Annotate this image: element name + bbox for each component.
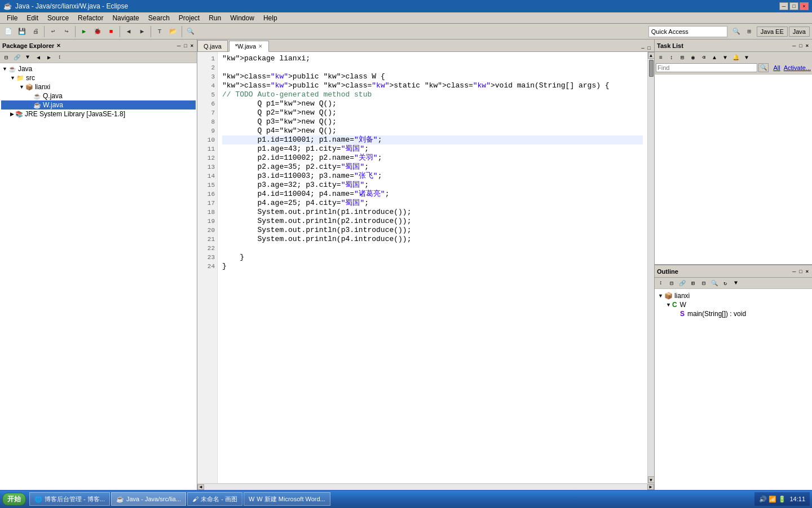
- taskbar-item-blog[interactable]: 🌐 博客后台管理 - 博客...: [29, 492, 110, 506]
- scroll-up-button[interactable]: ▲: [648, 52, 655, 59]
- maximize-button[interactable]: □: [789, 2, 798, 10]
- code-line-7[interactable]: Q p2="kw">new Q();: [222, 108, 643, 117]
- minimize-button[interactable]: ─: [779, 2, 788, 10]
- pkg-arrow-right-button[interactable]: ▶: [44, 53, 54, 62]
- outline-refresh-btn[interactable]: ↻: [720, 279, 730, 288]
- tree-arrow-jre[interactable]: ▶: [10, 111, 14, 117]
- tab-wjava-close[interactable]: ✕: [258, 43, 263, 49]
- tree-item-qjava[interactable]: ▶ ☕ Q.java: [1, 91, 196, 100]
- taskbar-item-paint[interactable]: 🖌 未命名 - 画图: [187, 492, 242, 506]
- activate-link[interactable]: Activate...: [784, 64, 811, 71]
- quick-access-field[interactable]: Quick Access: [648, 26, 727, 37]
- code-line-18[interactable]: System.out.println(p1.introduce());: [222, 208, 643, 217]
- outline-arrow-W[interactable]: ▼: [666, 302, 671, 308]
- code-line-8[interactable]: Q p3="kw">new Q();: [222, 117, 643, 126]
- code-line-23[interactable]: }: [222, 253, 643, 262]
- code-editor[interactable]: "kw">package lianxi; "kw">class="kw">pub…: [218, 52, 647, 483]
- code-line-17[interactable]: p4.age=25; p4.city="蜀国";: [222, 199, 643, 208]
- code-line-21[interactable]: System.out.println(p4.introduce());: [222, 235, 643, 244]
- print-button[interactable]: 🖨: [29, 25, 42, 38]
- code-line-9[interactable]: Q p4="kw">new Q();: [222, 126, 643, 135]
- debug-button[interactable]: 🐞: [91, 25, 104, 38]
- find-search-button[interactable]: 🔍: [758, 63, 769, 72]
- save-button[interactable]: 💾: [16, 25, 28, 38]
- scroll-thumb[interactable]: [649, 60, 654, 77]
- tasklist-maximize-icon[interactable]: □: [798, 43, 803, 49]
- taskbar-item-eclipse[interactable]: ☕ Java - Java/src/lia...: [111, 492, 186, 506]
- task-btn-8[interactable]: 🔔: [731, 53, 741, 62]
- outline-sort-btn[interactable]: ↕: [656, 279, 666, 288]
- task-btn-1[interactable]: ≡: [656, 53, 666, 62]
- editor-minimize-icon[interactable]: ─: [640, 46, 645, 51]
- scroll-right-button[interactable]: ▶: [647, 484, 654, 490]
- outline-maximize-icon[interactable]: □: [798, 269, 803, 274]
- tree-arrow-lianxi[interactable]: ▼: [19, 84, 24, 90]
- tree-item-src[interactable]: ▼ 📁 src: [1, 73, 196, 82]
- quick-access-search-icon[interactable]: 🔍: [731, 25, 742, 38]
- editor-vertical-scrollbar[interactable]: ▲ ▼: [647, 52, 654, 483]
- stop-button[interactable]: ■: [105, 25, 117, 38]
- task-btn-3[interactable]: ⊞: [677, 53, 687, 62]
- outline-expand-btn[interactable]: ⊞: [688, 279, 698, 288]
- undo-button[interactable]: ↩: [47, 25, 59, 38]
- open-resource-button[interactable]: 📂: [167, 25, 179, 38]
- tree-arrow-java[interactable]: ▼: [2, 66, 7, 72]
- tree-arrow-src[interactable]: ▼: [10, 75, 15, 81]
- menu-run[interactable]: Run: [204, 13, 226, 23]
- code-line-4[interactable]: "kw">class="kw">public "kw">class="kw">s…: [222, 81, 643, 90]
- search-button[interactable]: 🔍: [184, 25, 197, 38]
- new-button[interactable]: 📄: [2, 25, 15, 38]
- code-line-22[interactable]: [222, 244, 643, 253]
- code-line-13[interactable]: p2.age=35; p2.city="蜀国";: [222, 163, 643, 172]
- outline-more-btn[interactable]: ▼: [731, 279, 741, 288]
- outline-hide-btn[interactable]: ⊟: [667, 279, 677, 288]
- tree-item-java[interactable]: ▼ ☕ Java: [1, 64, 196, 73]
- outline-close-icon[interactable]: ×: [805, 269, 810, 274]
- tree-item-wjava[interactable]: ▶ ☕ W.java: [1, 100, 196, 110]
- tree-item-jre[interactable]: ▶ 📚 JRE System Library [JavaSE-1.8]: [1, 110, 196, 119]
- code-line-24[interactable]: }: [222, 262, 643, 271]
- code-line-12[interactable]: p2.id=110002; p2.name="关羽";: [222, 154, 643, 163]
- java-perspective[interactable]: Java: [789, 27, 810, 37]
- menu-file[interactable]: File: [2, 13, 22, 23]
- menu-edit[interactable]: Edit: [22, 13, 43, 23]
- task-btn-6[interactable]: ▲: [709, 53, 720, 62]
- open-type-button[interactable]: T: [153, 25, 166, 38]
- pkg-sync-button[interactable]: ↕: [55, 53, 65, 62]
- all-link[interactable]: All: [773, 64, 780, 71]
- code-line-3[interactable]: "kw">class="kw">public "kw">class W {: [222, 72, 643, 81]
- code-line-2[interactable]: [222, 63, 643, 72]
- pkg-maximize-icon[interactable]: □: [183, 43, 188, 49]
- menu-help[interactable]: Help: [259, 13, 282, 23]
- menu-navigate[interactable]: Navigate: [108, 13, 143, 23]
- next-button[interactable]: ▶: [136, 25, 148, 38]
- code-line-1[interactable]: "kw">package lianxi;: [222, 54, 643, 63]
- outline-collapse-btn[interactable]: ⊟: [699, 279, 709, 288]
- task-btn-9[interactable]: ▼: [742, 53, 752, 62]
- editor-horizontal-scrollbar[interactable]: ◀ ▶: [197, 483, 654, 490]
- outline-filter-btn[interactable]: 🔍: [709, 279, 720, 288]
- tasklist-close-icon[interactable]: ×: [805, 43, 810, 49]
- code-line-5[interactable]: // TODO Auto-generated method stub: [222, 90, 643, 99]
- run-button[interactable]: ▶: [78, 25, 90, 38]
- task-btn-7[interactable]: ▼: [720, 53, 730, 62]
- tree-item-lianxi[interactable]: ▼ 📦 lianxi: [1, 82, 196, 91]
- editor-maximize-icon[interactable]: □: [647, 46, 652, 51]
- menu-refactor[interactable]: Refactor: [73, 13, 108, 23]
- collapse-all-button[interactable]: ⊟: [1, 53, 11, 62]
- task-btn-2[interactable]: ↕: [667, 53, 677, 62]
- taskbar-item-word[interactable]: W W 新建 Microsoft Word...: [244, 492, 330, 506]
- outline-minimize-icon[interactable]: ─: [791, 269, 797, 274]
- code-line-15[interactable]: p3.age=32; p3.city="蜀国";: [222, 181, 643, 190]
- tasklist-minimize-icon[interactable]: ─: [791, 43, 797, 49]
- menu-search[interactable]: Search: [144, 13, 174, 23]
- pkg-close-icon[interactable]: ×: [189, 43, 195, 49]
- open-perspective-button[interactable]: ⊞: [743, 25, 756, 38]
- code-line-20[interactable]: System.out.println(p3.introduce());: [222, 226, 643, 235]
- code-line-19[interactable]: System.out.println(p2.introduce());: [222, 217, 643, 226]
- close-button[interactable]: ×: [800, 2, 809, 10]
- task-btn-4[interactable]: ◉: [688, 53, 698, 62]
- code-line-16[interactable]: p4.id=110004; p4.name="诸葛亮";: [222, 190, 643, 199]
- pkg-arrow-left-button[interactable]: ◀: [33, 53, 43, 62]
- menu-window[interactable]: Window: [226, 13, 259, 23]
